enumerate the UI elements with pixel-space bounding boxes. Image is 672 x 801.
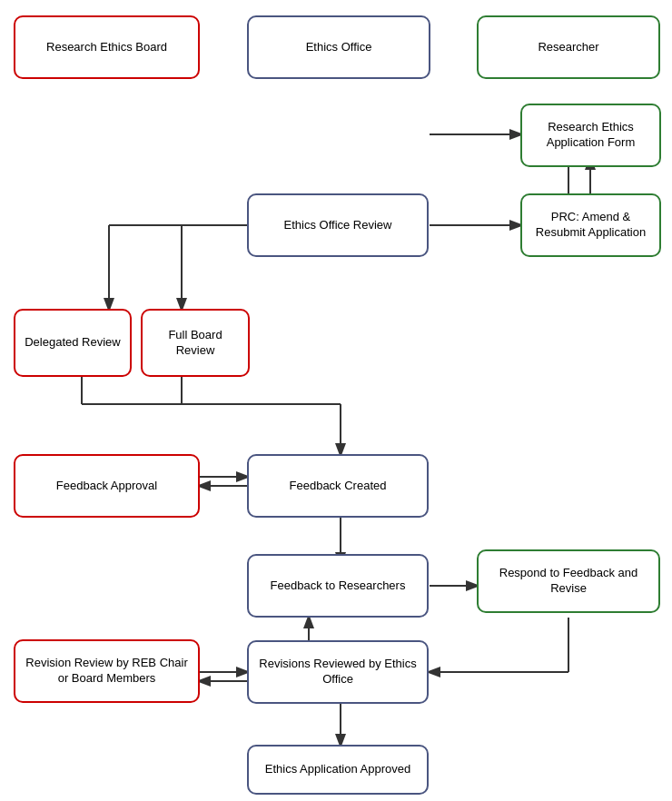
prc-amend-box: PRC: Amend & Resubmit Application [520, 193, 661, 257]
feedback-created-box: Feedback Created [247, 454, 429, 518]
researcher-header: Researcher [477, 15, 660, 79]
reb-header: Research Ethics Board [14, 15, 200, 79]
delegated-review-box: Delegated Review [14, 309, 132, 377]
revision-review-reb-box: Revision Review by REB Chair or Board Me… [14, 639, 200, 703]
full-board-review-box: Full Board Review [141, 309, 250, 377]
diagram: Research Ethics Board Ethics Office Rese… [0, 0, 672, 801]
ethics-office-review-box: Ethics Office Review [247, 193, 429, 257]
revisions-reviewed-box: Revisions Reviewed by Ethics Office [247, 640, 429, 704]
application-form-box: Research Ethics Application Form [520, 104, 661, 167]
feedback-approval-box: Feedback Approval [14, 454, 200, 518]
ethics-office-header: Ethics Office [247, 15, 430, 79]
ethics-approved-box: Ethics Application Approved [247, 745, 429, 795]
feedback-to-researchers-box: Feedback to Researchers [247, 554, 429, 618]
respond-to-feedback-box: Respond to Feedback and Revise [477, 549, 660, 613]
